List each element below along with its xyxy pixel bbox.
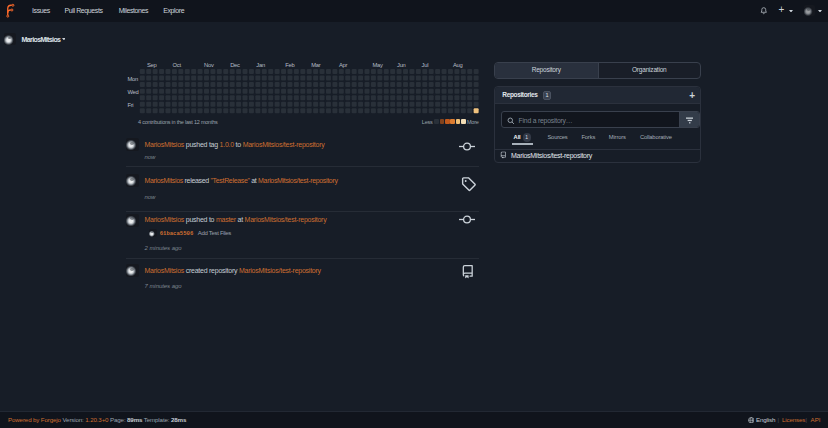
svg-text:Mon: Mon bbox=[127, 76, 138, 82]
svg-text:Jun: Jun bbox=[397, 62, 406, 68]
svg-text:Jul: Jul bbox=[422, 62, 429, 68]
svg-text:Apr: Apr bbox=[339, 62, 348, 68]
svg-text:Dec: Dec bbox=[230, 62, 240, 68]
svg-text:Mar: Mar bbox=[311, 62, 321, 68]
svg-text:Fri: Fri bbox=[127, 102, 133, 108]
svg-text:Sep: Sep bbox=[147, 62, 157, 68]
svg-text:May: May bbox=[373, 62, 384, 68]
svg-text:Nov: Nov bbox=[204, 62, 214, 68]
svg-text:Aug: Aug bbox=[453, 62, 463, 68]
svg-text:Wed: Wed bbox=[127, 89, 138, 95]
svg-text:Oct: Oct bbox=[173, 62, 182, 68]
svg-text:Jan: Jan bbox=[256, 62, 265, 68]
svg-text:Feb: Feb bbox=[285, 62, 294, 68]
